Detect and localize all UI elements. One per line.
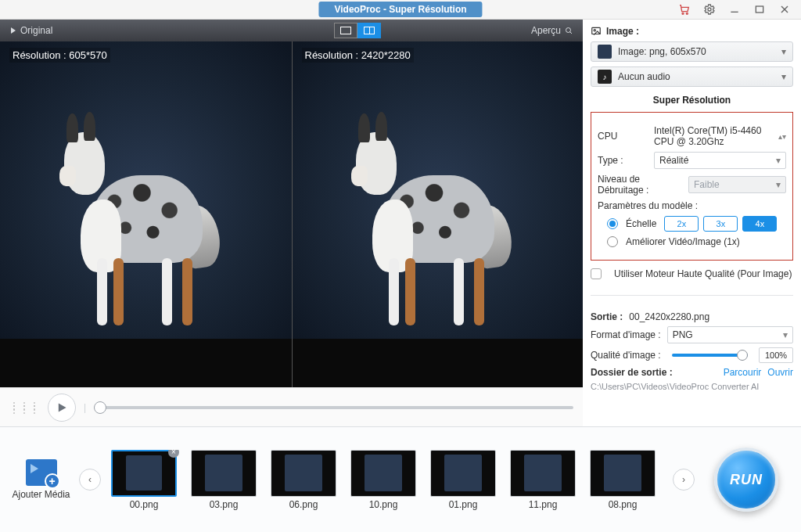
thumb-prev-button[interactable]: ‹ [79,469,101,491]
run-button[interactable]: RUN [714,448,778,512]
chevron-down-icon: ▾ [776,155,781,166]
thumb-label: 03.png [210,499,239,510]
image-section-header: Image : [591,26,793,37]
format-value: PNG [673,329,693,340]
format-label: Format d'image : [591,329,661,340]
layout-single[interactable] [334,23,357,38]
chevron-down-icon: ▾ [781,71,786,82]
sortie-label: Sortie : [591,311,623,322]
scale-4x-button[interactable]: 4x [742,216,777,232]
file-thumb[interactable]: 11.png [508,450,578,510]
file-thumb[interactable]: 08.png [587,450,658,510]
scale-2x-button[interactable]: 2x [664,216,699,232]
preview-pane-left: Résolution : 605*570 [0,41,292,387]
bottom-strip: Ajouter Média ‹ ×00.png 03.png 06.png 10… [0,426,801,532]
image-source-select[interactable]: Image: png, 605x570 ▾ [591,41,793,62]
svg-line-9 [570,32,573,34]
title-chip: VideoProc - Super Résolution [318,2,482,17]
close-icon[interactable] [778,2,792,16]
svg-point-1 [686,13,688,14]
thumb-label: 01.png [449,499,478,510]
playback-controls: ⋮⋮⋮⋮⋮⋮ | [0,387,583,426]
drag-handle-icon[interactable]: ⋮⋮⋮⋮⋮⋮ [9,404,40,411]
resolution-left: Résolution : 605*570 [9,48,110,63]
svg-marker-7 [11,27,16,34]
enhance-label: Améliorer Vidéo/Image (1x) [626,236,740,247]
thumb-label: 06.png [289,499,318,510]
audio-source-select[interactable]: ♪ Aucun audio ▾ [591,66,793,87]
type-label: Type : [598,155,648,166]
radio-scale[interactable] [607,218,618,229]
thumb-label: 00.png [130,499,159,510]
scale-label: Échelle [626,218,656,229]
quality-slider[interactable] [672,354,748,357]
format-select[interactable]: PNG ▾ [667,326,793,343]
apercu-toggle[interactable]: Aperçu [522,25,583,36]
browse-link[interactable]: Parcourir [724,367,762,378]
sortie-value: 00_2420x2280.png [629,311,709,322]
updown-icon[interactable]: ▴▾ [778,132,786,141]
model-params-label: Paramètres du modèle : [598,200,786,211]
output-path: C:\Users\PC\Videos\VideoProc Converter A… [591,382,793,391]
file-thumb[interactable]: 10.png [348,450,418,510]
file-thumb[interactable]: 03.png [189,450,259,510]
sr-settings-box: CPU Intel(R) Core(TM) i5-4460 CPU @ 3.20… [591,112,793,261]
preview-pane-right: Résolution : 2420*2280 [292,41,584,387]
thumbnail-list: ×00.png 03.png 06.png 10.png 01.png 11.p… [106,450,668,510]
thumb-label: 11.png [529,499,558,510]
cpu-value: Intel(R) Core(TM) i5-4460 CPU @ 3.20Ghz [654,125,772,147]
chevron-down-icon: ▾ [783,329,788,340]
maximize-icon[interactable] [753,2,767,16]
thumb-label: 08.png [609,499,638,510]
type-value: Réalité [659,155,688,166]
type-select[interactable]: Réalité ▾ [654,152,786,169]
preview-header: Original Aperçu [0,20,583,41]
add-media-label: Ajouter Média [12,489,70,500]
apercu-label: Aperçu [531,25,561,36]
chevron-down-icon: ▾ [776,179,781,190]
original-toggle[interactable]: Original [0,25,62,36]
chevron-down-icon: ▾ [781,46,786,57]
preview-body: Résolution : 605*570 Résolution : 2420*2… [0,41,583,387]
sr-title: Super Résolution [591,95,793,106]
quality-value: 100% [759,347,793,363]
music-note-icon: ♪ [598,70,612,84]
svg-point-0 [682,13,684,14]
scale-3x-button[interactable]: 3x [703,216,738,232]
add-media-button[interactable]: Ajouter Média [8,459,74,500]
open-link[interactable]: Ouvrir [767,367,793,378]
add-media-icon [26,459,57,486]
thumb-next-button[interactable]: › [673,469,695,491]
original-label: Original [20,25,52,36]
svg-rect-4 [756,6,763,13]
thumb-label: 10.png [369,499,398,510]
thumb-close-icon[interactable]: × [168,450,179,458]
resolution-right: Résolution : 2420*2280 [302,48,414,63]
file-thumb[interactable]: 01.png [428,450,498,510]
hq-engine-label: Utiliser Moteur Haute Qualité (Pour Imag… [614,268,792,279]
titlebar: VideoProc - Super Résolution [0,0,801,20]
svg-point-12 [594,30,595,31]
progress-slider[interactable] [94,406,573,409]
file-thumb[interactable]: 06.png [268,450,339,510]
cpu-label: CPU [598,131,648,142]
cart-icon[interactable] [677,2,691,16]
layout-split[interactable] [357,23,381,38]
svg-marker-10 [59,403,66,412]
image-section-label: Image : [606,26,639,37]
image-source-label: Image: png, 605x570 [618,46,706,57]
play-button[interactable] [48,394,76,422]
output-folder-label: Dossier de sortie : [591,367,673,378]
denoise-value: Faible [694,179,720,190]
gear-icon[interactable] [702,2,717,16]
minimize-icon[interactable] [727,2,742,16]
file-thumb[interactable]: ×00.png [109,450,179,510]
svg-point-2 [708,8,711,11]
denoise-label: Niveau de Débruitage : [598,174,682,196]
denoise-select[interactable]: Faible ▾ [688,176,786,193]
hq-engine-checkbox[interactable] [591,268,602,279]
audio-source-label: Aucun audio [618,71,670,82]
image-thumb-icon [598,45,612,59]
radio-enhance[interactable] [607,236,618,247]
quality-label: Qualité d'image : [591,350,661,361]
